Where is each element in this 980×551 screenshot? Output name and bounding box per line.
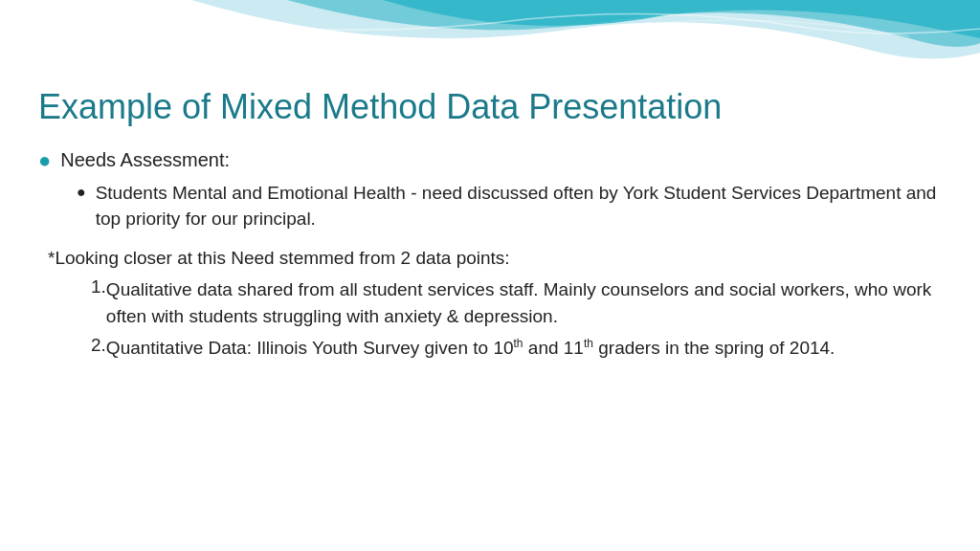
main-bullet-needs-assessment: ● Needs Assessment:	[38, 146, 942, 173]
point2-container: 2. Quantitative Data: Illinois Youth Sur…	[48, 335, 942, 363]
point2-text-mid: and 11	[523, 338, 584, 358]
point2-sup2: th	[584, 337, 593, 350]
point2-label: 2.	[48, 335, 106, 363]
sub-bullet-dot: ●	[77, 184, 86, 201]
point1-container: 1. Qualitative data shared from all stud…	[48, 276, 942, 331]
point1-text: Qualitative data shared from all student…	[106, 276, 942, 331]
point2-text-after: graders in the spring of 2014.	[593, 338, 835, 358]
sub-bullet-mental-health: ● Students Mental and Emotional Health -…	[77, 181, 942, 231]
slide-title: Example of Mixed Method Data Presentatio…	[38, 86, 942, 127]
point2-text: Quantitative Data: Illinois Youth Survey…	[106, 335, 835, 363]
slide: Example of Mixed Method Data Presentatio…	[0, 0, 980, 551]
main-bullet-text: Needs Assessment:	[60, 146, 230, 173]
point2-sup1: th	[514, 337, 523, 350]
sub-bullet-text: Students Mental and Emotional Health - n…	[96, 181, 942, 231]
point1-label: 1.	[48, 276, 106, 331]
wave-decoration	[0, 0, 980, 86]
point2-text-before: Quantitative Data: Illinois Youth Survey…	[106, 338, 514, 358]
main-bullet-dot: ●	[38, 148, 51, 173]
slide-content: Example of Mixed Method Data Presentatio…	[38, 86, 942, 532]
body-intro: *Looking closer at this Need stemmed fro…	[48, 245, 942, 273]
